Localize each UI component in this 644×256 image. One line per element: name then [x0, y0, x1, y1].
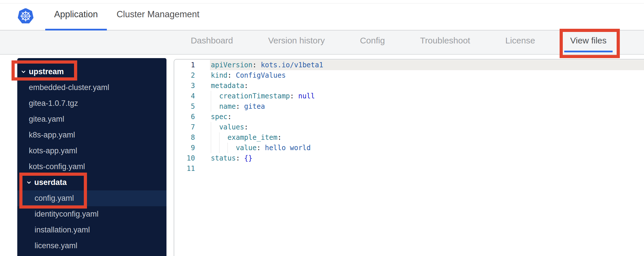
indent-guide — [211, 122, 219, 132]
kubernetes-logo-icon[interactable] — [18, 8, 33, 24]
token-pun: : — [277, 133, 281, 142]
token-val: hello world — [265, 144, 311, 152]
tree-item-embedded-cluster.yaml[interactable]: embedded-cluster.yaml — [17, 80, 166, 95]
tab-license[interactable]: License — [499, 30, 541, 52]
token-pun: : — [290, 92, 298, 100]
tab-dashboard[interactable]: Dashboard — [185, 30, 239, 52]
code-line-1: 1apiVersion: kots.io/v1beta1 — [174, 60, 644, 70]
code-line-content: values: — [210, 122, 644, 132]
indent-guide — [219, 132, 228, 143]
indent-guide — [211, 101, 219, 112]
token-pun: : — [228, 113, 232, 121]
tab-cluster-management[interactable]: Cluster Management — [108, 0, 209, 30]
code-line-content — [210, 163, 644, 174]
line-number: 9 — [174, 143, 210, 153]
tree-item-label: gitea.yaml — [29, 115, 64, 124]
tab-config[interactable]: Config — [354, 30, 391, 52]
token-key: example_item — [228, 133, 277, 142]
code-line-11: 11 — [174, 163, 644, 174]
tree-item-label: embedded-cluster.yaml — [29, 83, 109, 92]
token-pun: : — [244, 82, 248, 90]
code-line-2: 2kind: ConfigValues — [174, 70, 644, 81]
app-subnav: Dashboard Version history Config Trouble… — [0, 30, 644, 55]
code-line-content: metadata: — [210, 81, 644, 91]
line-number: 7 — [174, 122, 210, 132]
code-line-content: kind: ConfigValues — [210, 70, 644, 81]
line-number: 2 — [174, 70, 210, 81]
tab-version-history[interactable]: Version history — [262, 30, 331, 52]
tree-item-license.yaml[interactable]: license.yaml — [17, 238, 166, 254]
tree-item-identityconfig.yaml[interactable]: identityconfig.yaml — [17, 206, 166, 222]
line-number: 5 — [174, 101, 210, 112]
code-line-5: 5name: gitea — [174, 101, 644, 112]
file-tree-sidebar: upstreamembedded-cluster.yamlgitea-1.0.7… — [17, 58, 166, 256]
tree-item-label: userdata — [34, 178, 67, 187]
code-line-10: 10status: {} — [174, 153, 644, 163]
code-line-content: example_item: — [210, 132, 644, 143]
token-kw: {} — [244, 154, 253, 162]
code-line-content: name: gitea — [210, 101, 644, 112]
tree-item-label: identityconfig.yaml — [35, 210, 99, 219]
token-pun: : — [236, 102, 244, 110]
indent-guide — [211, 143, 219, 153]
tree-item-label: upstream — [29, 67, 64, 76]
tree-item-label: gitea-1.0.7.tgz — [29, 99, 78, 108]
tree-item-gitea.yaml[interactable]: gitea.yaml — [17, 111, 166, 127]
line-number: 4 — [174, 91, 210, 101]
tab-view-files[interactable]: View files — [564, 30, 613, 52]
tree-item-label: k8s-app.yaml — [29, 131, 75, 140]
line-number: 1 — [174, 60, 210, 70]
token-pun: : — [228, 71, 236, 79]
indent-guide — [211, 91, 219, 101]
code-line-7: 7values: — [174, 122, 644, 132]
tab-application[interactable]: Application — [45, 0, 107, 30]
tree-item-label: license.yaml — [35, 241, 77, 250]
token-key: spec — [211, 113, 228, 121]
tree-item-gitea-1.0.7.tgz[interactable]: gitea-1.0.7.tgz — [17, 95, 166, 111]
code-line-9: 9value: hello world — [174, 143, 644, 153]
code-line-content: value: hello world — [210, 143, 644, 153]
tree-item-kots-app.yaml[interactable]: kots-app.yaml — [17, 143, 166, 159]
top-header: Application Cluster Management — [0, 0, 644, 30]
tree-item-userdata[interactable]: userdata — [17, 175, 166, 190]
token-key: apiVersion — [211, 61, 253, 69]
tree-item-upstream[interactable]: upstream — [17, 64, 166, 80]
line-number: 10 — [174, 153, 210, 163]
code-line-6: 6spec: — [174, 112, 644, 122]
subnav-tabs: Dashboard Version history Config Trouble… — [185, 30, 644, 54]
token-key: metadata — [211, 82, 244, 90]
tree-item-label: config.yaml — [35, 194, 74, 203]
tree-item-k8s-app.yaml[interactable]: k8s-app.yaml — [17, 127, 166, 143]
token-key: name — [219, 102, 236, 110]
indent-guide — [211, 132, 219, 143]
token-key: kind — [211, 71, 228, 79]
code-line-content: creationTimestamp: null — [210, 91, 644, 101]
code-line-3: 3metadata: — [174, 81, 644, 91]
header-tabs: Application Cluster Management — [45, 0, 208, 30]
yaml-file-viewer[interactable]: 1apiVersion: kots.io/v1beta12kind: Confi… — [174, 59, 644, 256]
token-pun: : — [244, 123, 248, 131]
line-number: 8 — [174, 132, 210, 143]
token-key: values — [219, 123, 244, 131]
tree-item-config.yaml[interactable]: config.yaml — [17, 190, 166, 206]
token-key: creationTimestamp — [219, 92, 290, 100]
tree-item-label: kots-config.yaml — [29, 162, 85, 171]
tab-troubleshoot[interactable]: Troubleshoot — [414, 30, 476, 52]
token-kw: null — [298, 92, 315, 100]
indent-guide — [228, 143, 236, 153]
token-val: gitea — [244, 102, 265, 110]
token-key: status — [211, 154, 236, 162]
code-line-content: spec: — [210, 112, 644, 122]
chevron-down-icon[interactable] — [26, 180, 31, 185]
token-key: value — [236, 144, 257, 152]
token-val: ConfigValues — [236, 71, 286, 79]
indent-guide — [219, 143, 228, 153]
code-line-content: status: {} — [210, 153, 644, 163]
line-number: 6 — [174, 112, 210, 122]
tree-item-kots-config.yaml[interactable]: kots-config.yaml — [17, 159, 166, 175]
token-pun: : — [236, 154, 244, 162]
tree-item-installation.yaml[interactable]: installation.yaml — [17, 222, 166, 238]
chevron-down-icon[interactable] — [21, 69, 26, 74]
token-val: kots.io/v1beta1 — [261, 61, 323, 69]
line-number: 11 — [174, 163, 210, 174]
